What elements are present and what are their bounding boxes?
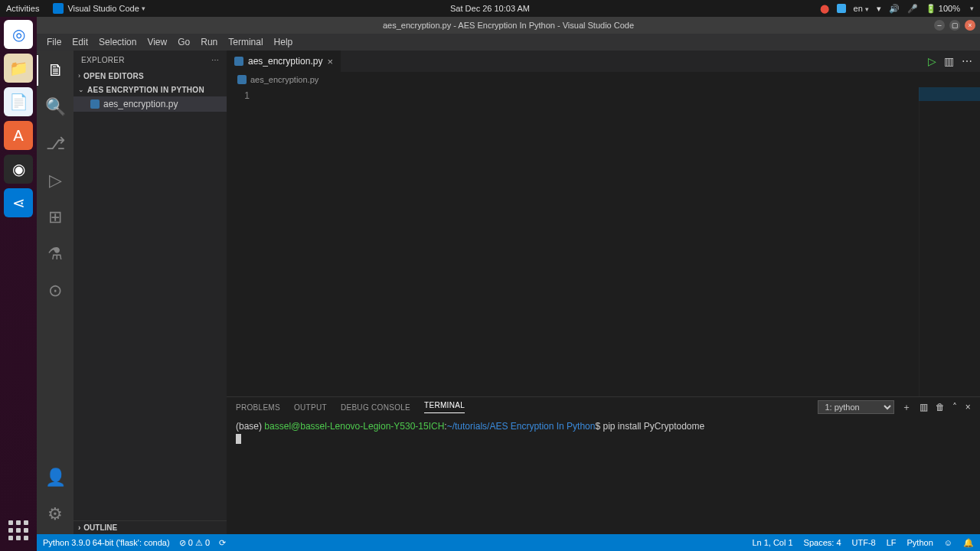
ubuntu-launcher: ◎ 📁 📄 A ◉ ⋖ [0, 17, 37, 551]
line-gutter: 1 [227, 87, 259, 396]
tray-icon[interactable] [837, 4, 846, 13]
obs-icon[interactable]: ◉ [4, 155, 33, 184]
chevron-right-icon: › [78, 72, 80, 80]
python-file-icon [234, 57, 243, 66]
terminal-cursor [236, 434, 241, 444]
status-feedback-icon[interactable]: ☺ [944, 538, 952, 547]
maximize-button[interactable]: ▢ [949, 20, 960, 31]
minimize-button[interactable]: – [934, 20, 945, 31]
code-editor[interactable]: 1 [227, 87, 980, 396]
menu-bar: File Edit Selection View Go Run Terminal… [37, 34, 980, 51]
menu-edit[interactable]: Edit [67, 37, 93, 47]
show-applications-icon[interactable] [4, 516, 33, 545]
menu-view[interactable]: View [142, 37, 172, 47]
vscode-window: aes_encryption.py - AES Encryption In Py… [37, 17, 980, 551]
libreoffice-writer-icon[interactable]: 📄 [4, 87, 33, 116]
ubuntu-software-icon[interactable]: A [4, 121, 33, 150]
editor-tabs: aes_encryption.py × ▷ ▥ ⋯ [227, 51, 980, 72]
run-file-icon[interactable]: ▷ [928, 55, 936, 67]
record-icon[interactable]: ⬤ [820, 4, 829, 14]
status-language[interactable]: Python [907, 538, 933, 547]
python-file-icon [90, 99, 100, 109]
vscode-icon [53, 3, 64, 14]
settings-gear-icon[interactable]: ⚙ [37, 499, 74, 530]
menu-terminal[interactable]: Terminal [223, 37, 268, 47]
vscode-launcher-icon[interactable]: ⋖ [4, 188, 33, 217]
terminal-content[interactable]: (base) bassel@bassel-Lenovo-Legion-Y530-… [227, 417, 980, 534]
explorer-sidebar: EXPLORER ⋯ › OPEN EDITORS ⌄ AES ENCRYPTI… [74, 51, 227, 534]
maximize-panel-icon[interactable]: ˄ [952, 402, 957, 412]
testing-icon[interactable]: ⚗ [37, 239, 74, 269]
close-panel-icon[interactable]: × [965, 402, 971, 412]
run-debug-icon[interactable]: ▷ [37, 165, 74, 196]
split-editor-icon[interactable]: ▥ [944, 55, 954, 67]
editor-group: aes_encryption.py × ▷ ▥ ⋯ aes_encryption… [227, 51, 980, 534]
bottom-panel: PROBLEMS OUTPUT DEBUG CONSOLE TERMINAL 1… [227, 396, 980, 534]
terminal-selector[interactable]: 1: python [818, 400, 894, 414]
search-icon[interactable]: 🔍 [37, 92, 74, 122]
network-icon[interactable]: ▾ [877, 4, 881, 14]
system-menu-chevron[interactable]: ▾ [970, 5, 974, 12]
minimap[interactable] [919, 87, 980, 396]
status-problems[interactable]: ⊘ 0 ⚠ 0 [179, 538, 210, 548]
new-terminal-icon[interactable]: ＋ [902, 401, 911, 414]
breadcrumb[interactable]: aes_encryption.py [227, 72, 980, 87]
kill-terminal-icon[interactable]: 🗑 [936, 402, 945, 412]
explorer-more-icon[interactable]: ⋯ [211, 56, 219, 64]
status-radio-tower-icon[interactable]: ⟳ [219, 538, 226, 548]
volume-icon[interactable]: 🔊 [889, 4, 900, 14]
folder-section[interactable]: ⌄ AES ENCRYPTION IN PYTHON [74, 83, 227, 96]
app-menu[interactable]: Visual Studio Code▾ [53, 3, 145, 14]
status-bar: Python 3.9.0 64-bit ('flask': conda) ⊘ 0… [37, 534, 980, 551]
chevron-down-icon: ▾ [142, 5, 145, 12]
menu-file[interactable]: File [41, 37, 67, 47]
editor-more-icon[interactable]: ⋯ [962, 55, 972, 67]
python-file-icon [237, 75, 247, 84]
chevron-right-icon: › [78, 523, 80, 532]
status-encoding[interactable]: UTF-8 [852, 538, 876, 547]
clock[interactable]: Sat Dec 26 10:03 AM [450, 4, 530, 13]
open-editors-section[interactable]: › OPEN EDITORS [74, 69, 227, 83]
battery-status[interactable]: 🔋 100% [926, 4, 960, 14]
gnome-top-bar: Activities Visual Studio Code▾ Sat Dec 2… [0, 0, 980, 17]
panel-tab-output[interactable]: OUTPUT [294, 403, 327, 412]
close-button[interactable]: × [965, 20, 975, 31]
status-bell-icon[interactable]: 🔔 [963, 538, 974, 548]
editor-tab-active[interactable]: aes_encryption.py × [227, 51, 341, 72]
status-python-env[interactable]: Python 3.9.0 64-bit ('flask': conda) [43, 538, 170, 547]
panel-tab-problems[interactable]: PROBLEMS [236, 403, 280, 412]
file-item-aes-encryption[interactable]: aes_encryption.py [74, 96, 227, 112]
remote-icon[interactable]: ⊙ [37, 276, 74, 306]
panel-tab-terminal[interactable]: TERMINAL [424, 401, 465, 413]
menu-run[interactable]: Run [195, 37, 223, 47]
menu-go[interactable]: Go [172, 37, 195, 47]
keyboard-layout[interactable]: en▾ [854, 4, 869, 13]
chrome-icon[interactable]: ◎ [4, 20, 33, 49]
split-terminal-icon[interactable]: ▥ [920, 402, 928, 412]
close-tab-icon[interactable]: × [327, 56, 333, 67]
menu-help[interactable]: Help [269, 37, 299, 47]
chevron-down-icon: ⌄ [78, 86, 84, 93]
window-title: aes_encryption.py - AES Encryption In Py… [383, 21, 634, 30]
status-cursor-position[interactable]: Ln 1, Col 1 [752, 538, 792, 547]
outline-section[interactable]: › OUTLINE [74, 520, 227, 534]
source-control-icon[interactable]: ⎇ [37, 129, 74, 159]
panel-tab-debug-console[interactable]: DEBUG CONSOLE [341, 403, 410, 412]
files-icon[interactable]: 📁 [4, 54, 33, 83]
menu-selection[interactable]: Selection [93, 37, 142, 47]
code-content[interactable] [259, 87, 980, 396]
explorer-title: EXPLORER [81, 56, 125, 64]
activity-bar: 🗎 🔍 ⎇ ▷ ⊞ ⚗ ⊙ 👤 ⚙ [37, 51, 74, 534]
window-titlebar: aes_encryption.py - AES Encryption In Py… [37, 17, 980, 34]
extensions-icon[interactable]: ⊞ [37, 202, 74, 233]
status-indent[interactable]: Spaces: 4 [804, 538, 841, 547]
status-eol[interactable]: LF [887, 538, 897, 547]
microphone-icon[interactable]: 🎤 [907, 4, 918, 14]
explorer-icon[interactable]: 🗎 [37, 55, 74, 86]
activities-button[interactable]: Activities [6, 4, 39, 13]
accounts-icon[interactable]: 👤 [37, 462, 74, 493]
